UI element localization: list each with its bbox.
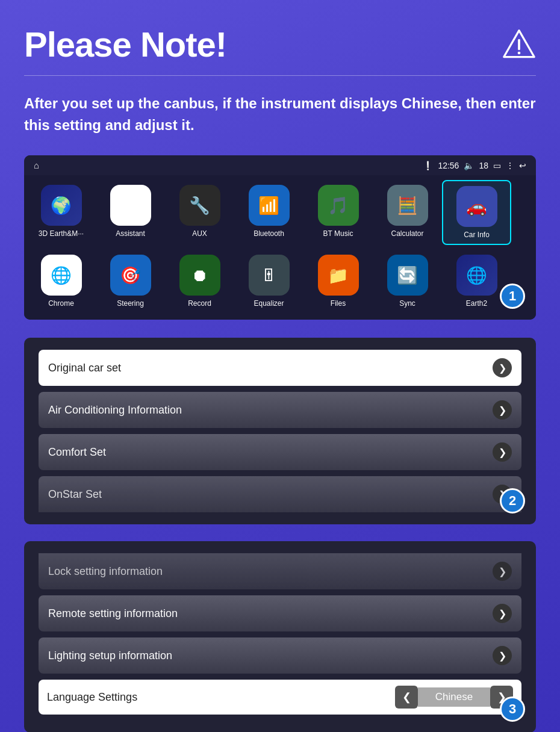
screenshot-2: Original car set❯Air Conditioning Inform… bbox=[24, 338, 536, 524]
title-row: Please Note! bbox=[24, 24, 536, 64]
app-item-3dearth&m···[interactable]: 🌍3D Earth&M··· bbox=[26, 180, 96, 245]
volume-level: 18 bbox=[479, 161, 488, 170]
app-item-carinfo[interactable]: 🚗Car Info bbox=[442, 180, 511, 245]
description-text: After you set up the canbus, if the inst… bbox=[24, 93, 536, 136]
menu-item-s3-2[interactable]: Lighting setup information❯ bbox=[39, 637, 521, 674]
app-label: Sync bbox=[399, 299, 415, 308]
app-icon-steering: 🎯 bbox=[110, 255, 151, 296]
app-icon-assistant: 🎙 bbox=[110, 185, 151, 226]
volume-icon: 🔈 bbox=[464, 161, 474, 170]
language-prev-button[interactable]: ❮ bbox=[395, 686, 418, 709]
menu-dots: ⋮ bbox=[506, 161, 514, 170]
menu-item-label: Lock setting information bbox=[48, 565, 163, 578]
app-icon-chrome: 🌐 bbox=[41, 255, 82, 296]
app-icon-earth: 🌍 bbox=[41, 185, 82, 226]
app-label: Assistant bbox=[116, 229, 145, 238]
menu-list-3: Lock setting information❯Remote setting … bbox=[39, 553, 521, 715]
language-label: Language Settings bbox=[47, 691, 137, 704]
app-label: Files bbox=[331, 299, 346, 308]
app-grid-row2: 🌐Chrome🎯Steering⏺Record🎚Equalizer📁Files🔄… bbox=[24, 247, 536, 320]
app-icon-sync: 🔄 bbox=[387, 255, 428, 296]
app-label: Equalizer bbox=[254, 299, 284, 308]
menu-item-1[interactable]: Air Conditioning Information❯ bbox=[39, 392, 521, 428]
step-badge-3: 3 bbox=[500, 696, 525, 722]
svg-point-1 bbox=[518, 51, 521, 54]
menu-item-label: Air Conditioning Information bbox=[48, 404, 182, 417]
menu-item-label: Remote setting information bbox=[48, 607, 178, 620]
warning-icon bbox=[502, 28, 536, 61]
app-icon-earth2: 🌐 bbox=[456, 255, 497, 296]
screenshot-1: ⌂ ❕ 12:56 🔈 18 ▭ ⋮ ↩ 🌍3D Earth&M···🎙Assi… bbox=[24, 155, 536, 320]
app-icon-equalizer: 🎚 bbox=[249, 255, 290, 296]
menu-list-2: Original car set❯Air Conditioning Inform… bbox=[39, 350, 521, 512]
language-value: Chinese bbox=[418, 687, 490, 707]
menu-item-label: Lighting setup information bbox=[48, 650, 172, 662]
menu-arrow-icon: ❯ bbox=[493, 646, 512, 665]
home-icon: ⌂ bbox=[34, 160, 39, 170]
menu-item-0[interactable]: Original car set❯ bbox=[39, 350, 521, 386]
app-item-record[interactable]: ⏺Record bbox=[165, 250, 234, 312]
screenshot-3: Lock setting information❯Remote setting … bbox=[24, 541, 536, 732]
app-icon-record: ⏺ bbox=[179, 255, 220, 296]
step-badge-1: 1 bbox=[500, 284, 525, 309]
language-settings-row: Language Settings❮Chinese❯ bbox=[39, 680, 521, 715]
app-item-chrome[interactable]: 🌐Chrome bbox=[26, 250, 96, 312]
menu-item-label: Comfort Set bbox=[48, 446, 106, 459]
app-item-aux[interactable]: 🔧AUX bbox=[165, 180, 234, 245]
step-badge-2: 2 bbox=[500, 488, 525, 513]
menu-item-label: Original car set bbox=[48, 362, 121, 374]
app-label: Bluetooth bbox=[254, 229, 284, 238]
menu-item-s3-1[interactable]: Remote setting information❯ bbox=[39, 595, 521, 631]
battery-icon: ▭ bbox=[493, 161, 501, 170]
status-bar-left: ⌂ bbox=[34, 160, 39, 170]
app-item-equalizer[interactable]: 🎚Equalizer bbox=[234, 250, 303, 312]
menu-item-s3-0[interactable]: Lock setting information❯ bbox=[39, 553, 521, 589]
app-item-calculator[interactable]: 🧮Calculator bbox=[373, 180, 442, 245]
app-icon-bluetooth: 📶 bbox=[249, 185, 290, 226]
app-icon-files: 📁 bbox=[318, 255, 359, 296]
app-icon-carinfo: 🚗 bbox=[456, 186, 497, 227]
menu-item-2[interactable]: Comfort Set❯ bbox=[39, 434, 521, 470]
app-label: AUX bbox=[192, 229, 207, 238]
menu-arrow-icon: ❯ bbox=[493, 604, 512, 623]
section-divider bbox=[24, 75, 536, 76]
app-item-sync[interactable]: 🔄Sync bbox=[373, 250, 442, 312]
app-icon-btmusic: 🎵 bbox=[318, 185, 359, 226]
app-icon-calculator: 🧮 bbox=[387, 185, 428, 226]
status-bar: ⌂ ❕ 12:56 🔈 18 ▭ ⋮ ↩ bbox=[24, 155, 536, 175]
app-icon-aux: 🔧 bbox=[179, 185, 220, 226]
app-label: BT Music bbox=[323, 229, 353, 238]
menu-arrow-icon: ❯ bbox=[493, 562, 512, 581]
app-item-assistant[interactable]: 🎙Assistant bbox=[96, 180, 165, 245]
notification-icon: ❕ bbox=[423, 161, 433, 170]
app-label: Chrome bbox=[48, 299, 74, 308]
menu-arrow-icon: ❯ bbox=[493, 442, 512, 462]
menu-arrow-icon: ❯ bbox=[493, 358, 512, 377]
menu-item-label: OnStar Set bbox=[48, 488, 102, 501]
menu-item-partial[interactable]: OnStar Set❯ bbox=[39, 476, 521, 512]
app-label: Record bbox=[188, 299, 211, 308]
app-item-btmusic[interactable]: 🎵BT Music bbox=[303, 180, 373, 245]
app-grid-row1: 🌍3D Earth&M···🎙Assistant🔧AUX📶Bluetooth🎵B… bbox=[24, 175, 536, 247]
page-title: Please Note! bbox=[24, 24, 226, 64]
app-label: Calculator bbox=[391, 229, 423, 238]
time-display: 12:56 bbox=[438, 161, 459, 170]
app-item-bluetooth[interactable]: 📶Bluetooth bbox=[234, 180, 303, 245]
app-item-files[interactable]: 📁Files bbox=[303, 250, 373, 312]
status-bar-right: ❕ 12:56 🔈 18 ▭ ⋮ ↩ bbox=[423, 161, 526, 170]
menu-arrow-icon: ❯ bbox=[493, 400, 512, 420]
app-label: 3D Earth&M··· bbox=[39, 229, 84, 238]
app-label: Earth2 bbox=[466, 299, 487, 308]
app-label: Steering bbox=[117, 299, 144, 308]
app-item-steering[interactable]: 🎯Steering bbox=[96, 250, 165, 312]
app-label: Car Info bbox=[464, 231, 490, 239]
language-controls: ❮Chinese❯ bbox=[395, 686, 513, 709]
app-item-earth2[interactable]: 🌐Earth2 bbox=[442, 250, 511, 312]
back-icon: ↩ bbox=[519, 161, 526, 170]
header-section: Please Note! After you set up the canbus… bbox=[24, 24, 536, 136]
